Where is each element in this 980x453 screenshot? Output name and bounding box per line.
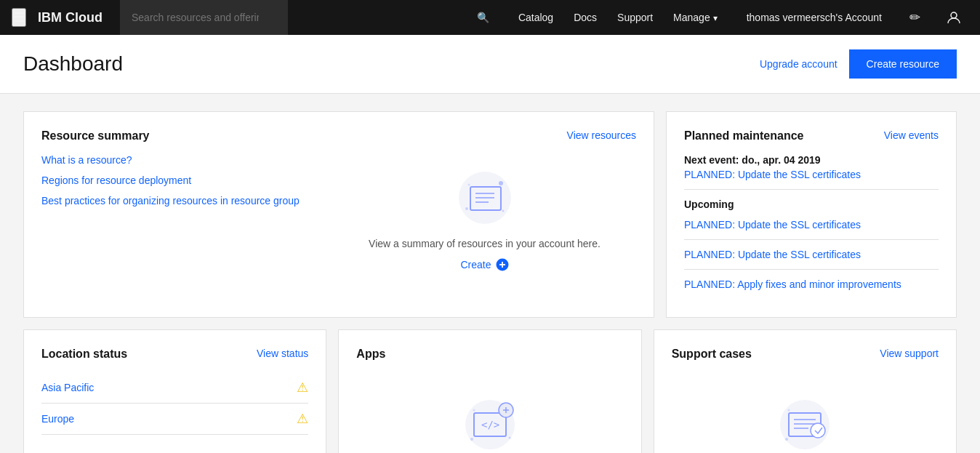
- brand-logo: IBM Cloud: [38, 10, 103, 25]
- apps-title: Apps: [356, 348, 385, 361]
- location-status-card: Location status View status Asia Pacific…: [23, 329, 326, 453]
- location-item-0: Asia Pacific ⚠: [41, 372, 308, 404]
- account-name: thomas vermeersch's Account: [738, 12, 891, 23]
- edit-icon-button[interactable]: ✏: [902, 0, 928, 35]
- maintenance-divider-2: [684, 239, 939, 240]
- resource-empty-icon: [456, 169, 514, 227]
- svg-point-19: [470, 438, 473, 441]
- svg-point-0: [951, 12, 957, 18]
- resource-illustration: [456, 169, 514, 229]
- planned-maintenance-card: Planned maintenance View events Next eve…: [666, 111, 957, 318]
- svg-point-20: [508, 437, 510, 439]
- page-title: Dashboard: [23, 52, 760, 76]
- page-header: Dashboard Upgrade account Create resourc…: [0, 35, 980, 94]
- resource-summary-card: Resource summary View resources What is …: [23, 111, 654, 318]
- planned-maintenance-title: Planned maintenance: [684, 129, 804, 143]
- planned-maintenance-header: Planned maintenance View events: [684, 129, 939, 143]
- resource-empty-text: View a summary of resources in your acco…: [369, 238, 601, 249]
- next-event-link[interactable]: PLANNED: Update the SSL certificates: [684, 169, 861, 180]
- warning-icon-1: ⚠: [297, 411, 308, 427]
- support-cases-card: Support cases View support: [654, 329, 957, 453]
- svg-point-7: [465, 207, 468, 210]
- resource-summary-content: What is a resource? Regions for resource…: [41, 154, 636, 300]
- support-cases-header: Support cases View support: [672, 348, 939, 361]
- view-support-link[interactable]: View support: [880, 348, 939, 359]
- next-event-label: Next event: do., apr. 04 2019: [684, 154, 939, 166]
- upcoming-item-0: PLANNED: Update the SSL certificates: [684, 219, 939, 230]
- apps-card: Apps </>: [338, 329, 641, 453]
- apps-empty-state: </>: [356, 372, 623, 453]
- svg-text:</>: </>: [481, 419, 499, 430]
- resource-link-1[interactable]: Regions for resource deployment: [41, 175, 316, 186]
- upcoming-title: Upcoming: [684, 199, 939, 210]
- create-plus-icon: [496, 258, 509, 271]
- support-illustration: [776, 394, 834, 452]
- svg-point-28: [785, 438, 788, 441]
- upcoming-event-link-1[interactable]: PLANNED: Update the SSL certificates: [684, 249, 861, 260]
- maintenance-divider-3: [684, 269, 939, 270]
- search-wrapper: 🔍: [120, 0, 498, 35]
- user-icon-button[interactable]: [939, 0, 968, 35]
- apps-illustration: </>: [461, 394, 519, 452]
- apps-header: Apps: [356, 348, 623, 361]
- nav-links: Catalog Docs Support Manage: [510, 0, 726, 35]
- maintenance-divider-1: [684, 189, 939, 190]
- view-events-link[interactable]: View events: [884, 129, 939, 141]
- top-navigation: ☰ IBM Cloud 🔍 Catalog Docs Support Manag…: [0, 0, 980, 35]
- view-resources-link[interactable]: View resources: [567, 129, 636, 141]
- dashboard-bottom-row: Location status View status Asia Pacific…: [23, 329, 957, 453]
- catalog-link[interactable]: Catalog: [510, 0, 562, 35]
- resource-summary-title: Resource summary: [41, 129, 150, 143]
- location-link-1[interactable]: Europe: [41, 413, 74, 425]
- svg-point-21: [473, 409, 475, 412]
- docs-link[interactable]: Docs: [565, 0, 606, 35]
- search-icon: 🔍: [477, 12, 489, 23]
- svg-point-8: [502, 210, 504, 212]
- resource-create-link[interactable]: Create: [460, 258, 508, 271]
- main-content: Resource summary View resources What is …: [0, 94, 980, 453]
- location-link-0[interactable]: Asia Pacific: [41, 382, 94, 393]
- location-item-1: Europe ⚠: [41, 404, 308, 435]
- upcoming-item-2: PLANNED: Apply fixes and minor improveme…: [684, 278, 939, 290]
- support-cases-title: Support cases: [672, 348, 752, 361]
- search-input[interactable]: [120, 0, 288, 35]
- manage-chevron-icon: [713, 12, 718, 23]
- upcoming-item-1: PLANNED: Update the SSL certificates: [684, 249, 939, 260]
- upcoming-event-link-2[interactable]: PLANNED: Apply fixes and minor improveme…: [684, 278, 901, 290]
- dashboard-top-row: Resource summary View resources What is …: [23, 111, 957, 318]
- resource-empty-state: View a summary of resources in your acco…: [333, 154, 636, 286]
- view-status-link[interactable]: View status: [257, 348, 308, 359]
- upcoming-event-link-0[interactable]: PLANNED: Update the SSL certificates: [684, 219, 861, 230]
- svg-point-9: [467, 184, 470, 186]
- svg-point-27: [811, 423, 825, 438]
- warning-icon-0: ⚠: [297, 380, 308, 396]
- resource-summary-header: Resource summary View resources: [41, 129, 636, 143]
- upcoming-section: Upcoming PLANNED: Update the SSL certifi…: [684, 199, 939, 290]
- location-list: Asia Pacific ⚠ Europe ⚠: [41, 372, 308, 435]
- manage-link[interactable]: Manage: [664, 0, 726, 35]
- svg-point-29: [788, 409, 790, 412]
- create-resource-button[interactable]: Create resource: [849, 49, 957, 79]
- support-link[interactable]: Support: [609, 0, 662, 35]
- location-status-header: Location status View status: [41, 348, 308, 361]
- upgrade-account-link[interactable]: Upgrade account: [760, 58, 838, 70]
- hamburger-menu-button[interactable]: ☰: [12, 8, 26, 27]
- location-status-title: Location status: [41, 348, 127, 361]
- user-icon: [947, 10, 961, 25]
- svg-point-6: [499, 181, 503, 185]
- resource-link-2[interactable]: Best practices for organizing resources …: [41, 195, 316, 207]
- support-empty-state: [672, 372, 939, 453]
- maintenance-next-event: Next event: do., apr. 04 2019 PLANNED: U…: [684, 154, 939, 180]
- resource-help-links: What is a resource? Regions for resource…: [41, 154, 316, 207]
- resource-link-0[interactable]: What is a resource?: [41, 154, 316, 166]
